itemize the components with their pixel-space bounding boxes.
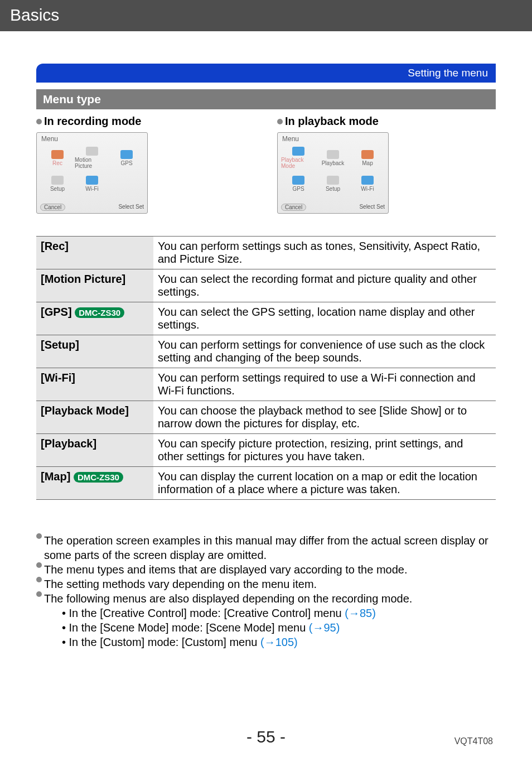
section-title: Setting the menu <box>36 64 496 83</box>
table-row: [GPS] DMC-ZS30You can select the GPS set… <box>36 302 496 335</box>
link-85[interactable]: (→85) <box>345 607 376 619</box>
table-row: [Motion Picture]You can select the recor… <box>36 269 496 302</box>
row-description: You can perform settings for convenience… <box>153 335 496 368</box>
recording-mode-col: In recording mode Menu Rec Motion Pictur… <box>36 115 255 214</box>
note-3: The setting methods vary depending on th… <box>44 577 496 591</box>
note-4: The following menus are also displayed d… <box>44 591 496 606</box>
row-description: You can specify picture protection, resi… <box>153 434 496 467</box>
recording-mode-label: In recording mode <box>36 115 255 128</box>
row-description: You can perform settings such as tones, … <box>153 237 496 269</box>
row-label: [Playback Mode] <box>36 401 153 434</box>
subnote-2: • In the [Scene Mode] mode: [Scene Mode]… <box>62 620 496 635</box>
play-cancel: Cancel <box>281 204 306 211</box>
playback-menu-screenshot: Menu Playback Mode Playback Map GPS Setu… <box>277 132 389 214</box>
row-label: [Rec] <box>36 237 153 269</box>
mode-row: In recording mode Menu Rec Motion Pictur… <box>36 115 496 214</box>
model-badge: DMC-ZS30 <box>75 307 124 318</box>
playback-mode-text: In playback mode <box>285 115 379 128</box>
subnote-3: • In the [Custom] mode: [Custom] menu (→… <box>62 635 496 649</box>
bullet-icon <box>36 562 42 568</box>
page-number: - 55 - <box>0 727 532 746</box>
row-label: [Motion Picture] <box>36 269 153 302</box>
bullet-icon <box>36 119 42 124</box>
page-header: Basics <box>0 0 532 31</box>
rec-select: Select Set <box>118 204 144 211</box>
table-row: [Wi-Fi]You can perform settings required… <box>36 368 496 401</box>
note-2: The menu types and items that are displa… <box>44 562 496 577</box>
recording-mode-text: In recording mode <box>44 115 141 128</box>
row-label: [GPS] DMC-ZS30 <box>36 302 153 335</box>
table-row: [Setup]You can perform settings for conv… <box>36 335 496 368</box>
row-description: You can perform settings required to use… <box>153 368 496 401</box>
bullet-icon <box>277 119 283 124</box>
link-105[interactable]: (→105) <box>260 636 298 648</box>
page-footer: - 55 - VQT4T08 <box>0 727 532 750</box>
bullet-icon <box>36 533 42 539</box>
bullet-icon <box>36 591 42 597</box>
playback-mode-col: In playback mode Menu Playback Mode Play… <box>277 115 496 214</box>
document-id: VQT4T08 <box>454 736 493 746</box>
playback-mode-label: In playback mode <box>277 115 496 128</box>
table-row: [Playback Mode]You can choose the playba… <box>36 401 496 434</box>
row-description: You can select the recording format and … <box>153 269 496 302</box>
row-label: [Setup] <box>36 335 153 368</box>
row-label: [Wi-Fi] <box>36 368 153 401</box>
model-badge: DMC-ZS30 <box>74 472 123 483</box>
menu-definitions-table: [Rec]You can perform settings such as to… <box>36 236 496 500</box>
rec-menu-title: Menu <box>41 135 58 143</box>
play-select: Select Set <box>359 204 385 211</box>
row-description: You can display the current location on … <box>153 467 496 500</box>
note-1: The operation screen examples in this ma… <box>44 533 496 562</box>
table-row: [Map] DMC-ZS30You can display the curren… <box>36 467 496 500</box>
play-menu-title: Menu <box>282 135 299 143</box>
rec-cancel: Cancel <box>40 204 65 211</box>
row-description: You can choose the playback method to se… <box>153 401 496 434</box>
page-content: Setting the menu Menu type In recording … <box>0 31 532 757</box>
recording-menu-screenshot: Menu Rec Motion Picture GPS Setup Wi-Fi … <box>36 132 148 214</box>
bullet-icon <box>36 577 42 582</box>
table-row: [Rec]You can perform settings such as to… <box>36 237 496 269</box>
row-label: [Playback] <box>36 434 153 467</box>
notes-block: The operation screen examples in this ma… <box>36 533 496 649</box>
subnote-1: • In the [Creative Control] mode: [Creat… <box>62 606 496 620</box>
table-row: [Playback]You can specify picture protec… <box>36 434 496 467</box>
link-95[interactable]: (→95) <box>309 621 340 634</box>
row-description: You can select the GPS setting, location… <box>153 302 496 335</box>
subheading-menu-type: Menu type <box>36 89 496 109</box>
row-label: [Map] DMC-ZS30 <box>36 467 153 500</box>
